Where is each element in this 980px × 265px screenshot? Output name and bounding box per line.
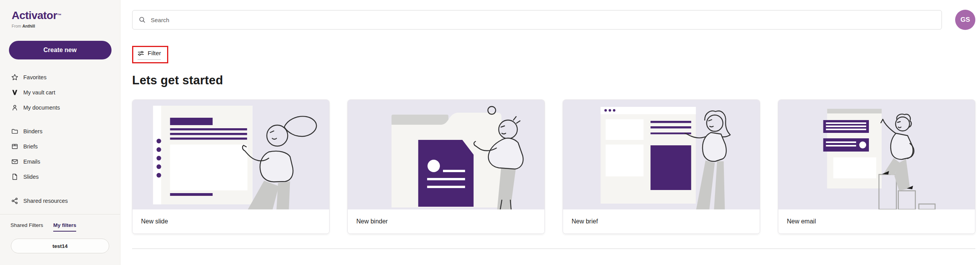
card-new-slide[interactable]: New slide: [132, 99, 330, 234]
sidebar-item-slides[interactable]: Slides: [0, 169, 120, 184]
card-new-brief[interactable]: New brief: [563, 99, 760, 234]
brand-name: Anthill: [22, 24, 35, 28]
star-icon: [11, 74, 18, 81]
sidebar-item-my-documents[interactable]: My documents: [0, 100, 120, 115]
search-box[interactable]: [132, 10, 942, 30]
app-logo-title: Activator: [12, 9, 57, 21]
nav-spacer: [0, 115, 120, 124]
sidebar-item-label: My documents: [23, 105, 60, 111]
card-label: New email: [778, 209, 975, 234]
envelope-icon: [11, 158, 18, 165]
sidebar-item-label: Emails: [23, 159, 40, 165]
getting-started-cards: New slide: [132, 99, 975, 234]
sidebar-item-label: Favorites: [23, 74, 47, 80]
app-logo-subtitle: From Anthill: [12, 24, 120, 28]
sidebar-item-shared-resources[interactable]: Shared resources: [0, 193, 120, 208]
create-new-button[interactable]: Create new: [9, 41, 112, 59]
sliders-filter-icon: [138, 50, 144, 57]
email-illustration: [778, 100, 975, 209]
user-avatar[interactable]: GS: [955, 10, 975, 30]
sidebar-filters-section: Shared Filters My filters test14: [0, 214, 120, 265]
folder-icon: [11, 128, 18, 135]
binder-illustration: [348, 100, 544, 209]
main-content: GS Filter Lets get started: [120, 0, 980, 265]
share-network-icon: [11, 197, 18, 204]
filter-button-label: Filter: [148, 50, 161, 57]
brief-illustration: [563, 100, 760, 209]
search-input[interactable]: [151, 17, 935, 23]
tab-my-filters[interactable]: My filters: [53, 222, 76, 232]
card-label: New binder: [348, 209, 544, 234]
vault-v-icon: [11, 89, 18, 96]
sidebar-item-label: My vault cart: [23, 89, 55, 96]
section-divider: [132, 248, 975, 249]
archive-box-icon: [11, 143, 18, 150]
filter-area: Filter: [132, 46, 975, 63]
sidebar-item-emails[interactable]: Emails: [0, 154, 120, 169]
sidebar-item-label: Shared resources: [23, 198, 68, 204]
person-icon: [11, 104, 18, 111]
sidebar-item-my-vault-cart[interactable]: My vault cart: [0, 85, 120, 100]
sidebar-item-label: Slides: [23, 174, 39, 180]
nav-spacer: [0, 184, 120, 193]
search-icon: [139, 16, 146, 23]
sidebar-item-favorites[interactable]: Favorites: [0, 70, 120, 85]
slide-illustration: [133, 100, 329, 209]
card-new-email[interactable]: New email: [778, 99, 975, 234]
file-icon: [11, 173, 18, 180]
sidebar: Activator™ From Anthill Create new Favor…: [0, 0, 120, 265]
card-new-binder[interactable]: New binder: [347, 99, 545, 234]
card-label: New brief: [563, 209, 760, 234]
filter-underline: [138, 59, 161, 60]
card-label: New slide: [133, 209, 329, 234]
trademark-symbol: ™: [57, 13, 61, 17]
sidebar-item-binders[interactable]: Binders: [0, 124, 120, 139]
filter-button[interactable]: Filter: [138, 50, 161, 60]
page-title: Lets get started: [132, 73, 975, 87]
sidebar-item-briefs[interactable]: Briefs: [0, 139, 120, 154]
saved-filter-test14[interactable]: test14: [11, 239, 109, 253]
filter-tabs: Shared Filters My filters: [0, 214, 120, 232]
app-logo: Activator™ From Anthill: [0, 0, 120, 28]
tab-shared-filters[interactable]: Shared Filters: [10, 222, 43, 232]
annotation-box-filter: Filter: [132, 46, 168, 63]
top-bar: GS: [132, 10, 975, 30]
sidebar-nav: Favorites My vault cart My documents Bin…: [0, 70, 120, 208]
sidebar-item-label: Briefs: [23, 143, 38, 150]
sidebar-item-label: Binders: [23, 128, 42, 134]
